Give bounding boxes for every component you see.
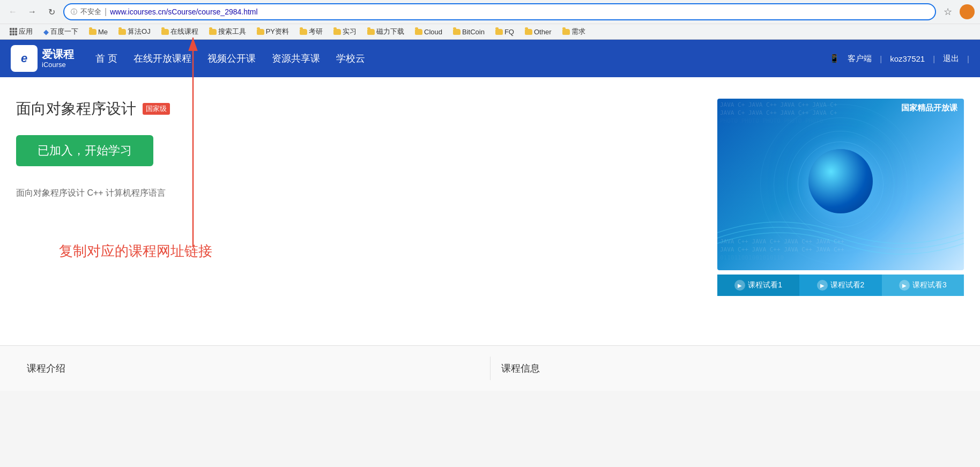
annotation-area: 复制对应的课程网址链接: [59, 242, 691, 261]
folder-icon: [89, 29, 96, 35]
bookmark-apps[interactable]: 应用: [5, 26, 37, 38]
bookmark-label: 考研: [309, 27, 323, 36]
bookmark-label: BitCoin: [462, 28, 485, 36]
apps-icon: [10, 28, 17, 35]
bookmark-suanfa[interactable]: 算法OJ: [114, 26, 155, 38]
bookmark-fq[interactable]: FQ: [491, 27, 518, 37]
website: e 爱课程 iCourse 首 页 在线开放课程 视频公开课 资源共享课 学校云…: [0, 40, 980, 391]
folder-icon: [257, 29, 264, 35]
bookmark-label: Me: [98, 28, 108, 36]
bookmark-baidu[interactable]: ◆ 百度一下: [39, 26, 83, 38]
bookmark-other[interactable]: Other: [521, 27, 556, 37]
course-intro-title: 课程介绍: [27, 362, 479, 375]
course-title: 面向对象程序设计: [16, 99, 136, 119]
bookmark-internship[interactable]: 实习: [329, 26, 361, 38]
bookmark-label: 应用: [19, 27, 33, 36]
refresh-button[interactable]: ↻: [44, 4, 59, 19]
bookmark-label: 实习: [343, 27, 357, 36]
logo-en: iCourse: [42, 61, 74, 69]
browser-chrome: ← → ↻ ⓘ 不安全 | ☆ 应用 ◆: [0, 0, 980, 40]
nav-right: 📱 客户端 | koz37521 | 退出 |: [829, 54, 969, 64]
footer-sections: 课程介绍 课程信息: [0, 345, 980, 391]
join-study-button[interactable]: 已加入，开始学习: [16, 135, 153, 166]
folder-icon: [161, 29, 169, 35]
preview-btn-1[interactable]: ▶ 课程试看1: [717, 275, 799, 296]
play-icon-2: ▶: [817, 280, 828, 291]
logo-area: e 爱课程 iCourse: [11, 45, 74, 72]
user-avatar[interactable]: [960, 4, 975, 19]
baidu-icon: ◆: [43, 28, 49, 36]
course-info-title: 课程信息: [501, 362, 954, 375]
folder-icon: [562, 29, 570, 35]
client-link[interactable]: 客户端: [848, 54, 872, 64]
folder-icon: [367, 29, 375, 35]
nav-links: 首 页 在线开放课程 视频公开课 资源共享课 学校云: [95, 49, 829, 68]
bookmark-kaoyan[interactable]: 考研: [295, 26, 327, 38]
main-content: 面向对象程序设计 国家级 已加入，开始学习 面向对象程序设计 C++ 计算机程序…: [0, 77, 980, 345]
play-icon-1: ▶: [734, 280, 745, 291]
logout-link[interactable]: 退出: [943, 54, 959, 64]
course-title-row: 面向对象程序设计 国家级: [16, 99, 691, 119]
bookmark-online-course[interactable]: 在线课程: [157, 26, 203, 38]
preview-btn-2[interactable]: ▶ 课程试看2: [799, 275, 881, 296]
preview-buttons: ▶ 课程试看1 ▶ 课程试看2 ▶ 课程试看3: [717, 275, 964, 296]
footer-section-info: 课程信息: [490, 357, 964, 380]
national-badge: 国家级: [143, 103, 170, 115]
bookmarks-bar: 应用 ◆ 百度一下 Me 算法OJ 在线课程 搜索工具: [0, 24, 980, 39]
bookmark-label: 百度一下: [50, 27, 78, 36]
bookmark-demand[interactable]: 需求: [558, 26, 590, 38]
preview-btn-3[interactable]: ▶ 课程试看3: [882, 275, 964, 296]
bookmark-label: 需求: [571, 27, 585, 36]
folder-icon: [118, 29, 126, 35]
logo-cn: 爱课程: [42, 48, 74, 61]
bookmark-search-tool[interactable]: 搜索工具: [205, 26, 250, 38]
forward-button[interactable]: →: [25, 4, 40, 19]
nav-school-cloud[interactable]: 学校云: [336, 49, 365, 68]
nav-resource[interactable]: 资源共享课: [272, 49, 320, 68]
bookmark-label: 磁力下载: [376, 27, 404, 36]
bookmark-label: Other: [534, 28, 552, 36]
bookmark-label: 搜索工具: [218, 27, 246, 36]
nav-video[interactable]: 视频公开课: [207, 49, 256, 68]
bookmark-label: 算法OJ: [128, 27, 151, 36]
content-right: JAVA C+ JAVA C++ JAVA C++ JAVA C+ JAVA C…: [717, 99, 964, 324]
site-nav: e 爱课程 iCourse 首 页 在线开放课程 视频公开课 资源共享课 学校云…: [0, 40, 980, 77]
bookmark-py[interactable]: PY资料: [253, 26, 293, 38]
username: koz37521: [890, 54, 925, 63]
annotation-text: 复制对应的课程网址链接: [59, 242, 691, 261]
bookmark-bitcoin[interactable]: BitCoin: [449, 27, 489, 37]
play-icon-3: ▶: [899, 280, 910, 291]
course-description: 面向对象程序设计 C++ 计算机程序语言: [16, 188, 691, 199]
bookmark-cloud[interactable]: Cloud: [411, 27, 447, 37]
bookmark-label: FQ: [504, 28, 514, 36]
folder-icon: [525, 29, 532, 35]
folder-icon: [333, 29, 341, 35]
folder-icon: [453, 29, 461, 35]
address-bar[interactable]: ⓘ 不安全 |: [63, 3, 936, 20]
bookmark-star-button[interactable]: ☆: [940, 4, 955, 19]
footer-section-intro: 课程介绍: [16, 357, 490, 380]
logo-text: 爱课程 iCourse: [42, 48, 74, 69]
folder-icon: [209, 29, 217, 35]
bookmark-label: PY资料: [266, 27, 289, 36]
nav-home[interactable]: 首 页: [95, 49, 117, 68]
course-image: JAVA C+ JAVA C++ JAVA C++ JAVA C+ JAVA C…: [717, 99, 964, 270]
url-input[interactable]: [110, 8, 929, 16]
security-label: 不安全: [80, 7, 101, 17]
folder-icon: [300, 29, 307, 35]
folder-icon: [415, 29, 422, 35]
bookmark-magnet[interactable]: 磁力下载: [363, 26, 409, 38]
folder-icon: [495, 29, 503, 35]
browser-toolbar: ← → ↻ ⓘ 不安全 | ☆: [0, 0, 980, 24]
logo-icon: e: [11, 45, 38, 72]
mobile-icon: 📱: [829, 54, 840, 63]
back-button[interactable]: ←: [5, 4, 20, 19]
content-left: 面向对象程序设计 国家级 已加入，开始学习 面向对象程序设计 C++ 计算机程序…: [16, 99, 701, 324]
bookmark-label: 在线课程: [170, 27, 198, 36]
bookmark-me[interactable]: Me: [85, 27, 112, 37]
security-icon: ⓘ: [71, 8, 77, 17]
nav-online-course[interactable]: 在线开放课程: [133, 49, 191, 68]
bookmark-label: Cloud: [424, 28, 442, 36]
